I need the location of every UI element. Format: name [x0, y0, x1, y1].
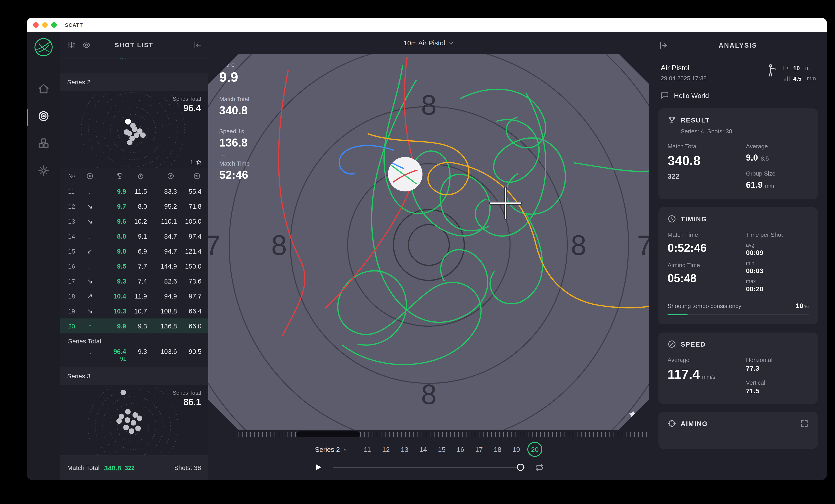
ring-label-8-right: 8	[571, 230, 587, 261]
gear-icon[interactable]	[37, 165, 49, 176]
playback-controls: Series 2 11 12 13 14 15 16 17	[208, 429, 649, 480]
window-title: SCATT	[65, 22, 83, 27]
match-total-inner: 322	[125, 464, 135, 471]
timing-card: TIMING Match Time 0:52:46 Aiming Time 05…	[658, 207, 818, 324]
result-inner-total: 322	[668, 172, 746, 181]
score-trophy-icon	[116, 172, 123, 180]
nav-rail	[27, 32, 60, 480]
timing-match-time: 0:52:46	[668, 241, 746, 254]
series2-group-preview[interactable]: Series Total 96.4 1	[60, 91, 208, 168]
result-match-total: 340.8	[668, 153, 746, 168]
expand-right-icon[interactable]	[659, 41, 668, 50]
shot-row[interactable]: 11↓ 9.911.5 83.355.4	[60, 184, 208, 199]
shot-row[interactable]: 19↘ 10.310.7 108.866.4	[60, 303, 208, 318]
aiming-icon	[668, 419, 676, 428]
shot-chip[interactable]: 13	[397, 442, 412, 457]
shot-row[interactable]: 18↗ 10.411.9 94.997.7	[60, 289, 208, 303]
close-window-button[interactable]	[33, 22, 39, 27]
shot-chip[interactable]: 11	[360, 442, 375, 457]
dots-separator: ···	[219, 88, 250, 93]
shot-row-selected[interactable]: 20↑ 9.99.3 136.866.0	[60, 318, 208, 333]
series1-total-row-clipped: ↓ 89.7 84 6.1 124.7 103.1	[60, 59, 208, 73]
collapse-left-icon[interactable]	[193, 41, 202, 49]
comment-icon	[661, 91, 669, 99]
distance-icon	[783, 64, 790, 72]
result-average: 9.08.5	[746, 153, 809, 163]
analysis-panel: ANALYSIS Air Pistol 29.04.2025 17:38	[649, 32, 827, 480]
ring-label-7-left: 7	[208, 230, 221, 261]
trace-blue	[339, 146, 393, 174]
distance-spec: 10 m	[783, 64, 816, 72]
dots-separator: ···	[219, 152, 250, 158]
caliber-spec: 4.5 mm	[783, 75, 816, 82]
series2-header[interactable]: Series 2	[60, 73, 208, 91]
analysis-title: ANALYSIS	[719, 42, 757, 49]
zoom-window-button[interactable]	[51, 22, 57, 27]
tps-avg: 00:09	[746, 249, 809, 256]
timing-aiming-time: 05:48	[668, 272, 746, 285]
play-icon[interactable]	[313, 463, 323, 472]
shot-chip[interactable]: 16	[453, 442, 468, 457]
session-comment[interactable]: Hello World	[649, 82, 827, 99]
fullscreen-icon[interactable]	[800, 419, 809, 428]
series2-star-count[interactable]: 1	[190, 159, 202, 166]
shot-chip[interactable]: 12	[379, 442, 393, 457]
shot-row[interactable]: 13↘ 9.610.2 110.1105.0	[60, 214, 208, 229]
shot-chip[interactable]: 18	[490, 442, 505, 457]
filter-sliders-icon[interactable]	[67, 41, 76, 49]
shot-row[interactable]: 15↙ 9.86.9 94.7121.4	[60, 244, 208, 258]
tempo-progress-bar	[668, 314, 809, 315]
match-total-bar: Match Total 340.8 322 Shots: 38	[60, 455, 208, 480]
favorite-star-icon[interactable]	[628, 410, 638, 420]
active-nav-indicator	[27, 109, 28, 126]
shot-chip[interactable]: 19	[509, 442, 524, 457]
discipline-dropdown[interactable]: 10m Air Pistol	[208, 32, 649, 54]
playback-slider[interactable]	[333, 467, 525, 468]
shot-row[interactable]: 16↓ 9.57.7 144.9150.0	[60, 258, 208, 274]
duration-icon	[137, 172, 144, 180]
series-selector-dropdown[interactable]: Series 2	[315, 445, 348, 453]
series3-group-preview[interactable]: Series Total 86.1	[60, 385, 208, 455]
timeline-window[interactable]	[296, 432, 360, 437]
shot-row[interactable]: 14↓ 8.09.1 84.797.4	[60, 229, 208, 244]
shot-table: 11↓ 9.911.5 83.355.4 12↘ 9.78.0 95.271.8…	[60, 184, 208, 333]
shot-chip[interactable]: 15	[434, 442, 449, 457]
series2-total-row: Series Total ↓ 96.4 91 9.3 103.6 90.5	[60, 333, 208, 367]
eye-icon[interactable]	[82, 41, 91, 49]
target-field[interactable]: 8 8 8 8 7 7	[208, 54, 649, 429]
shot-timeline-ticks[interactable]	[234, 432, 649, 437]
result-group-size: 61.9mm	[746, 180, 809, 190]
equipment-icon[interactable]	[37, 138, 49, 149]
target-canvas: 8 8 8 8 7 7	[208, 54, 649, 429]
minimize-window-button[interactable]	[42, 22, 48, 27]
repeat-icon[interactable]	[535, 463, 544, 471]
match-total-value: 340.8	[104, 464, 121, 471]
result-card: RESULT Series: 4 Shots: 38 Match Total 3…	[658, 108, 818, 199]
score-trophy-icon	[668, 116, 676, 124]
speed-card: SPEED Average 117.4mm/s Horizontal	[658, 333, 818, 404]
clock-icon	[668, 215, 676, 223]
shot-row[interactable]: 12↘ 9.78.0 95.271.8	[60, 199, 208, 214]
shot-table-header: №	[60, 168, 208, 184]
shot-list-panel: SHOT LIST ↓ 89.7 84 6.1	[60, 32, 208, 480]
shot-number-chips: 11 12 13 14 15 16 17 18 19 20	[360, 442, 542, 457]
tps-max: 00:20	[746, 285, 809, 293]
series3-total: Series Total 86.1	[173, 390, 201, 407]
slider-knob[interactable]	[517, 464, 524, 471]
ring-label-8-left: 8	[271, 230, 287, 261]
ring-label-7-right: 7	[637, 230, 649, 261]
shot-chip[interactable]: 17	[471, 442, 487, 457]
shot-chip[interactable]: 14	[416, 442, 431, 457]
target-pane: 10m Air Pistol	[208, 32, 649, 480]
shot-chip-active[interactable]: 20	[527, 442, 542, 457]
shot-row[interactable]: 17↘ 9.37.4 82.673.6	[60, 274, 208, 289]
chevron-down-icon	[343, 447, 348, 452]
live-match-total: 340.8	[219, 104, 250, 117]
series3-header[interactable]: Series 3	[60, 367, 208, 385]
scatt-window: SCATT	[27, 18, 827, 480]
shot-list-header: SHOT LIST	[60, 32, 208, 59]
target-icon[interactable]	[37, 110, 49, 122]
home-icon[interactable]	[37, 83, 49, 95]
desktop: SCATT	[0, 0, 835, 504]
tremor-gauge-icon	[193, 172, 201, 180]
